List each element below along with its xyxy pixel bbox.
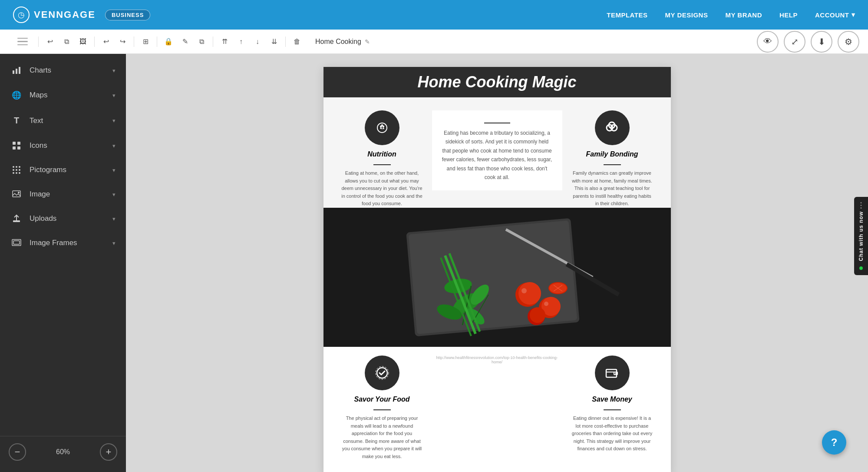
toolbar-separator-6: [285, 37, 286, 47]
gear-icon: ⚙: [845, 37, 852, 47]
svg-point-17: [18, 192, 20, 193]
brand-name: VENNGAGE: [34, 9, 96, 20]
image-icon: [10, 190, 23, 198]
sidebar-item-charts[interactable]: Charts ▾: [0, 58, 126, 83]
savor-food-divider: [373, 409, 391, 410]
toolbar-move-down-button[interactable]: ↓: [251, 35, 264, 49]
svg-rect-0: [13, 70, 14, 74]
share-button[interactable]: ⤢: [784, 31, 805, 53]
charts-arrow-icon: ▾: [112, 67, 116, 74]
save-money-body: Eating dinner out is expensive! It is a …: [571, 415, 653, 453]
header-bar-left: [323, 67, 393, 97]
svg-point-50: [521, 288, 527, 293]
doc-title-edit-icon[interactable]: ✎: [365, 38, 370, 45]
sidebar-item-image[interactable]: Image ▾: [0, 182, 126, 206]
image-arrow-icon: ▾: [112, 191, 116, 198]
sidebar-item-uploads[interactable]: Uploads ▾: [0, 206, 126, 231]
text-arrow-icon: ▾: [112, 117, 116, 124]
svg-point-51: [544, 302, 548, 306]
savor-food-body: The physical act of preparing your meals…: [341, 415, 423, 461]
sidebar-item-maps[interactable]: 🌐 Maps ▾: [0, 83, 126, 108]
svg-point-9: [19, 166, 20, 168]
download-icon: ⬇: [818, 37, 825, 47]
text-label: Text: [30, 116, 112, 125]
nutrition-divider: [373, 164, 391, 165]
svg-point-13: [13, 172, 14, 174]
toolbar-copy-button[interactable]: ⧉: [59, 35, 73, 49]
sidebar-item-icons[interactable]: Icons ▾: [0, 133, 126, 158]
infographic-header: Home Cooking Magic: [323, 67, 671, 97]
toolbar-separator-2: [94, 37, 95, 47]
sidebar-item-pictograms[interactable]: Pictograms ▾: [0, 158, 126, 182]
family-bonding-icon-circle: [595, 110, 630, 145]
toolbar-move-bottom-button[interactable]: ⇊: [267, 35, 281, 49]
toolbar-delete-button[interactable]: 🗑: [290, 35, 304, 49]
toolbar-image-button[interactable]: 🖼: [76, 35, 90, 49]
logo-area: ◷ VENNGAGE BUSINESS: [13, 7, 607, 23]
toolbar-separator-3: [134, 37, 134, 47]
toolbar-move-up-button[interactable]: ↑: [234, 35, 248, 49]
source-url: http://www.healthfitnessrevolution.com/t…: [432, 356, 562, 364]
download-button[interactable]: ⬇: [811, 31, 832, 53]
svg-point-56: [615, 372, 616, 374]
svg-rect-20: [13, 241, 20, 244]
image-frames-arrow-icon: ▾: [112, 240, 116, 246]
nav-help[interactable]: HELP: [779, 11, 798, 19]
share-icon: ⤢: [791, 37, 799, 47]
preview-button[interactable]: 👁: [757, 31, 779, 53]
header-bar-right: [593, 67, 671, 97]
sidebar: Charts ▾ 🌐 Maps ▾ T Text ▾ Icons ▾: [0, 54, 126, 472]
nav-templates[interactable]: TEMPLATES: [607, 11, 647, 19]
pictograms-icon: [10, 166, 23, 174]
chat-online-indicator: [859, 266, 863, 270]
pictograms-label: Pictograms: [30, 166, 112, 174]
svg-rect-1: [16, 69, 17, 74]
help-question-mark: ?: [831, 436, 838, 449]
sidebar-item-image-frames[interactable]: Image Frames ▾: [0, 231, 126, 255]
svg-rect-54: [606, 369, 617, 377]
toolbar-undo-button[interactable]: ↩: [99, 35, 113, 49]
sidebar-item-text[interactable]: T Text ▾: [0, 108, 126, 133]
nutrition-title: Nutrition: [367, 150, 396, 158]
toolbar-move-top-button[interactable]: ⇈: [218, 35, 231, 49]
toolbar-resize-button[interactable]: ⊞: [139, 35, 152, 49]
zoom-out-button[interactable]: −: [9, 443, 26, 461]
nav-account[interactable]: ACCOUNT ▾: [815, 11, 855, 19]
intro-section: Eating has become a tributary to sociali…: [432, 110, 562, 190]
intro-text: Eating has become a tributary to sociali…: [441, 129, 554, 182]
infographic[interactable]: Home Cooking Magic: [323, 67, 671, 472]
family-bonding-title: Family Bonding: [586, 150, 638, 158]
toolbar-back-button[interactable]: ↩: [43, 35, 57, 49]
url-section: http://www.healthfitnessrevolution.com/t…: [432, 356, 562, 366]
business-badge: BUSINESS: [105, 10, 150, 20]
charts-label: Charts: [30, 66, 112, 75]
toolbar-edit-button[interactable]: ✎: [178, 35, 192, 49]
help-button[interactable]: ?: [822, 430, 846, 455]
toolbar-duplicate-button[interactable]: ⧉: [195, 35, 208, 49]
uploads-arrow-icon: ▾: [112, 216, 116, 222]
icons-arrow-icon: ▾: [112, 143, 116, 149]
toolbar-separator-5: [213, 37, 213, 47]
toolbar-redo-button[interactable]: ↪: [116, 35, 129, 49]
chat-widget[interactable]: Chat with us now: [854, 197, 868, 275]
uploads-icon: [10, 214, 23, 223]
toolbar-lock-button[interactable]: 🔒: [162, 35, 175, 49]
svg-rect-6: [17, 146, 20, 150]
lower-section: Savor Your Food The physical act of prep…: [323, 347, 671, 472]
nav-my-designs[interactable]: MY DESIGNS: [665, 11, 708, 19]
logo-icon[interactable]: ◷: [13, 7, 30, 23]
charts-icon: [10, 66, 23, 75]
eye-icon: 👁: [763, 37, 772, 47]
settings-button[interactable]: ⚙: [838, 31, 859, 53]
hamburger-menu-button[interactable]: [7, 30, 34, 54]
zoom-in-button[interactable]: +: [100, 443, 117, 461]
sidebar-bottom: − 60% +: [0, 436, 126, 468]
svg-point-10: [13, 169, 14, 171]
savor-food-icon-circle: [365, 356, 399, 390]
image-frames-label: Image Frames: [30, 239, 112, 247]
svg-point-7: [13, 166, 14, 168]
icons-icon: [10, 141, 23, 150]
nav-my-brand[interactable]: MY BRAND: [725, 11, 762, 19]
save-money-title: Save Money: [592, 396, 632, 403]
chat-widget-label: Chat with us now: [858, 211, 864, 261]
